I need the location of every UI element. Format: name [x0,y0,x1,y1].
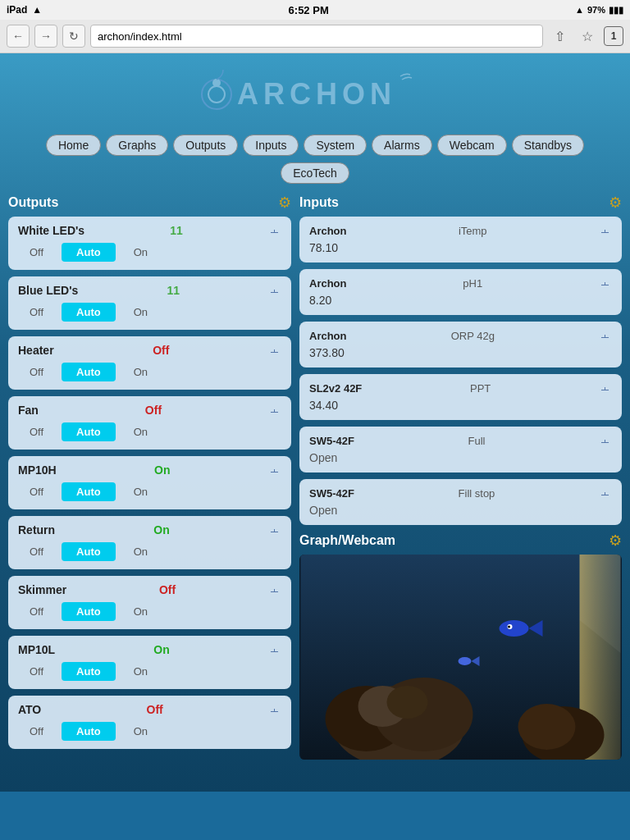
nav-standbys[interactable]: Standbys [512,135,584,156]
webcam-section: Graph/Webcam ⚙ [299,532,622,760]
inputs-gear-icon[interactable]: ⚙ [609,194,622,212]
svg-point-2 [212,79,221,87]
reload-button[interactable]: ↻ [62,25,85,48]
filter-icon: ⫠ [599,381,612,395]
filter-icon: ⫠ [268,582,281,597]
filter-icon: ⫠ [268,283,281,298]
output-off-btn[interactable]: Off [18,482,55,501]
output-auto-btn[interactable]: Auto [62,243,116,262]
filter-icon: ⫠ [599,486,612,500]
filter-icon: ⫠ [599,433,612,448]
input-source: Archon [309,225,347,237]
output-card-fan: Fan Off ⫠ Off Auto On [8,396,291,450]
input-name: ORP 42g [451,330,495,342]
tab-badge[interactable]: 1 [604,26,623,46]
output-status: On [154,463,170,477]
input-source: Archon [309,330,347,342]
outputs-gear-icon[interactable]: ⚙ [278,194,291,212]
output-controls: Off Auto On [18,722,281,741]
main-content: ARCHON Home Graphs Outputs Inputs System… [0,53,630,792]
filter-icon: ⫠ [599,223,612,238]
back-button[interactable]: ← [7,25,30,48]
webcam-gear-icon[interactable]: ⚙ [609,532,622,550]
output-off-btn[interactable]: Off [18,722,55,741]
output-auto-btn[interactable]: Auto [62,542,116,561]
output-auto-btn[interactable]: Auto [62,602,116,621]
outputs-header: Outputs ⚙ [8,194,291,212]
output-name: Blue LED's [18,284,78,297]
output-on-btn[interactable]: On [122,243,159,262]
output-on-btn[interactable]: On [122,303,159,322]
output-card-return: Return On ⫠ Off Auto On [8,516,291,569]
nav-bar: Home Graphs Outputs Inputs System Alarms… [8,135,622,156]
nav-home[interactable]: Home [46,135,101,156]
input-card-fillstop: SW5-42F Fill stop ⫠ Open [299,479,622,525]
nav-webcam[interactable]: Webcam [437,135,507,156]
output-auto-btn[interactable]: Auto [62,303,116,322]
nav-outputs[interactable]: Outputs [173,135,238,156]
output-name: MP10H [18,463,57,477]
output-auto-btn[interactable]: Auto [62,662,116,681]
columns: Outputs ⚙ White LED's 11 ⫠ Off Auto On B [8,194,622,760]
right-column: Inputs ⚙ Archon iTemp ⫠ 78.10 Archon pH1… [299,194,622,760]
output-off-btn[interactable]: Off [18,662,55,681]
output-on-btn[interactable]: On [122,602,159,621]
input-name: iTemp [459,225,487,237]
output-controls: Off Auto On [18,303,281,322]
output-on-btn[interactable]: On [122,722,159,741]
output-off-btn[interactable]: Off [18,303,55,322]
bookmark-button[interactable]: ☆ [576,25,599,48]
output-auto-btn[interactable]: Auto [62,482,116,501]
status-time: 6:52 PM [289,4,329,16]
output-off-btn[interactable]: Off [18,542,55,561]
output-auto-btn[interactable]: Auto [62,722,116,741]
output-off-btn[interactable]: Off [18,243,55,262]
output-auto-btn[interactable]: Auto [62,422,116,441]
share-button[interactable]: ⇧ [548,25,571,48]
url-bar[interactable] [90,25,543,48]
input-source: Archon [309,277,347,290]
output-card-mp10l: MP10L On ⫠ Off Auto On [8,636,291,689]
svg-point-10 [387,686,428,719]
input-value: 373.80 [309,343,612,359]
output-status: 11 [170,224,183,237]
output-name: Heater [18,344,54,357]
output-off-btn[interactable]: Off [18,422,55,441]
output-name: MP10L [18,643,55,656]
output-status: 11 [167,284,180,297]
output-card-white-leds: White LED's 11 ⫠ Off Auto On [8,217,291,270]
forward-button[interactable]: → [34,25,57,48]
input-card-full: SW5-42F Full ⫠ Open [299,427,622,472]
nav-ecotech[interactable]: EcoTech [281,162,349,184]
output-off-btn[interactable]: Off [18,363,55,381]
output-off-btn[interactable]: Off [18,602,55,621]
input-value: Open [309,448,612,464]
output-on-btn[interactable]: On [122,662,159,681]
status-bar: iPad ▲ 6:52 PM ▲ 97% ▮▮▮ [0,0,630,20]
output-on-btn[interactable]: On [122,482,159,501]
filter-icon: ⫠ [268,223,281,238]
nav-system[interactable]: System [304,135,367,156]
output-controls: Off Auto On [18,482,281,501]
svg-point-11 [500,620,529,637]
output-on-btn[interactable]: On [122,542,159,561]
output-name: Fan [18,404,39,417]
output-controls: Off Auto On [18,662,281,681]
output-status: Off [153,344,169,357]
output-controls: Off Auto On [18,243,281,262]
filter-icon: ⫠ [268,642,281,657]
output-auto-btn[interactable]: Auto [62,363,116,381]
wifi-icon: ▲ [32,4,42,16]
input-card-ppt: SL2v2 42F PPT ⫠ 34.40 [299,374,622,420]
nav-graphs[interactable]: Graphs [106,135,168,156]
webcam-image[interactable] [299,555,622,760]
output-card-blue-leds: Blue LED's 11 ⫠ Off Auto On [8,276,291,330]
svg-point-16 [518,704,576,750]
input-value: 78.10 [309,238,612,254]
output-on-btn[interactable]: On [122,422,159,441]
nav-alarms[interactable]: Alarms [372,135,432,156]
nav-inputs[interactable]: Inputs [243,135,299,156]
input-card-ph1: Archon pH1 ⫠ 8.20 [299,269,622,315]
output-on-btn[interactable]: On [122,363,159,381]
aquarium-svg [299,555,622,760]
